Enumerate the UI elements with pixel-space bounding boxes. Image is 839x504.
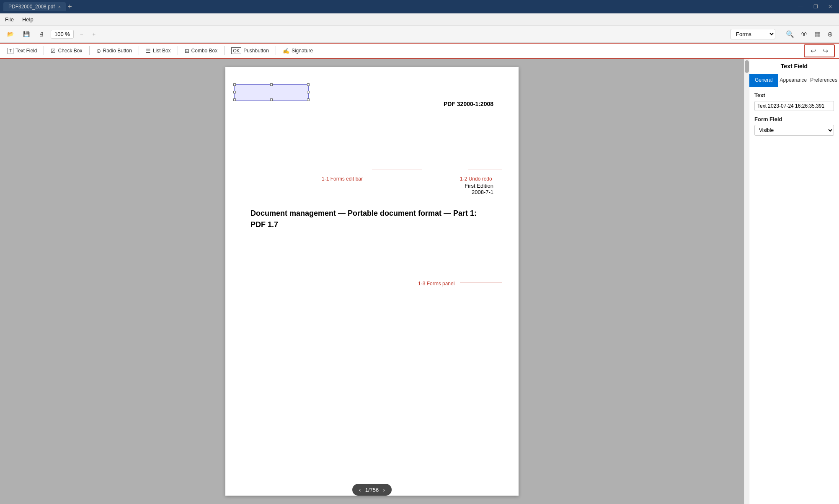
- save-button[interactable]: 💾: [20, 29, 33, 39]
- pdf-main-doc-title: Document management — Portable document …: [250, 208, 493, 230]
- toolbar-right-icons: 🔍 👁 ▦ ⊕: [784, 29, 835, 39]
- annotation-13-line: [460, 282, 502, 282]
- tab-title: PDF32000_2008.pdf: [8, 4, 55, 10]
- zoom-input[interactable]: [51, 30, 74, 39]
- separator-1: [44, 46, 44, 55]
- pushbutton-tool-button[interactable]: OK Pushbutton: [228, 46, 272, 56]
- separator-5: [224, 46, 225, 55]
- pdf-document-title: PDF 32000-1:2008: [250, 101, 493, 107]
- active-tab[interactable]: PDF32000_2008.pdf ×: [3, 2, 66, 11]
- save-icon: 💾: [23, 31, 30, 37]
- tab-appearance[interactable]: Appearance: [778, 74, 809, 87]
- page-navigation: ‹ 1/756 ›: [352, 484, 392, 496]
- annotation-13-label: 1-3 Forms panel: [418, 281, 454, 287]
- form-field-visibility-select[interactable]: Visible Hidden No Print No View: [754, 125, 834, 136]
- restore-button[interactable]: ❐: [810, 3, 821, 10]
- pdf-area: PDF 32000-1:2008 First Edition 2008-7-1 …: [0, 59, 744, 504]
- resize-handle-mr[interactable]: [307, 91, 310, 93]
- view-button[interactable]: 👁: [799, 29, 810, 39]
- separator-3: [139, 46, 139, 55]
- undo-button[interactable]: ↩: [808, 46, 818, 56]
- radio-button-label: Radio Button: [103, 48, 132, 54]
- forms-edit-bar: T Text Field ☑ Check Box ⊙ Radio Button …: [0, 43, 839, 59]
- print-button[interactable]: 🖨: [36, 29, 47, 39]
- signature-tool-button[interactable]: ✍ Signature: [279, 46, 316, 56]
- next-page-button[interactable]: ›: [383, 486, 385, 493]
- list-box-tool-button[interactable]: ☰ List Box: [142, 46, 174, 56]
- tab-close-button[interactable]: ×: [58, 4, 61, 9]
- text-section-label: Text: [754, 92, 834, 98]
- separator-6: [276, 46, 276, 55]
- title-bar: PDF32000_2008.pdf × + — ❐ ✕: [0, 0, 839, 13]
- window-controls: — ❐ ✕: [795, 3, 836, 10]
- right-panel: Text Field General Appearance Preference…: [749, 59, 839, 504]
- main-area: PDF 32000-1:2008 First Edition 2008-7-1 …: [0, 59, 839, 504]
- annotation-11-label: 1-1 Forms edit bar: [322, 176, 363, 182]
- list-box-icon: ☰: [146, 48, 151, 54]
- open-button[interactable]: 📂: [4, 29, 17, 39]
- resize-handle-tr[interactable]: [307, 83, 310, 86]
- menu-bar: File Help: [0, 13, 839, 26]
- annotation-11-line: [372, 170, 422, 170]
- menu-help[interactable]: Help: [22, 16, 34, 23]
- radio-button-tool-button[interactable]: ⊙ Radio Button: [93, 46, 135, 56]
- text-field-widget[interactable]: [234, 84, 309, 101]
- forms-mode-select[interactable]: Forms Edit Comment Protect Sign: [731, 29, 775, 39]
- panel-button[interactable]: ▦: [812, 29, 823, 39]
- add-tab-button[interactable]: +: [67, 3, 72, 11]
- signature-label: Signature: [292, 48, 313, 54]
- list-box-label: List Box: [153, 48, 171, 54]
- zoom-in-button[interactable]: +: [90, 29, 99, 39]
- prev-page-button[interactable]: ‹: [359, 486, 361, 493]
- combo-box-label: Combo Box: [191, 48, 218, 54]
- text-field-label: Text Field: [15, 48, 37, 54]
- annotation-12-line: [468, 170, 502, 170]
- search-button[interactable]: 🔍: [784, 29, 796, 39]
- signature-icon: ✍: [283, 48, 289, 54]
- resize-handle-br[interactable]: [307, 98, 310, 101]
- resize-handle-ml[interactable]: [233, 91, 236, 93]
- pdf-page: PDF 32000-1:2008 First Edition 2008-7-1 …: [225, 67, 519, 496]
- pdf-edition: First Edition 2008-7-1: [250, 183, 493, 195]
- tab-general[interactable]: General: [749, 74, 778, 87]
- print-icon: 🖨: [39, 31, 44, 37]
- pdf-scroll[interactable]: PDF 32000-1:2008 First Edition 2008-7-1 …: [0, 59, 744, 504]
- more-button[interactable]: ⊕: [825, 29, 835, 39]
- resize-handle-tl[interactable]: [233, 83, 236, 86]
- annotation-12-label: 1-2 Undo redo: [460, 176, 492, 182]
- resize-handle-bm[interactable]: [270, 98, 273, 101]
- panel-body: Text Form Field Visible Hidden No Print …: [749, 87, 839, 504]
- redo-button[interactable]: ↪: [820, 46, 831, 56]
- search-icon: 🔍: [786, 31, 794, 38]
- radio-button-icon: ⊙: [96, 48, 101, 54]
- check-box-tool-button[interactable]: ☑ Check Box: [47, 46, 85, 56]
- vertical-scrollbar[interactable]: [744, 59, 749, 504]
- resize-handle-bl[interactable]: [233, 98, 236, 101]
- menu-file[interactable]: File: [5, 16, 14, 23]
- panel-icon: ▦: [814, 31, 821, 38]
- resize-handle-tm[interactable]: [270, 83, 273, 86]
- pushbutton-icon: OK: [231, 47, 241, 54]
- toolbar: 📂 💾 🖨 − + Forms Edit Comment Protect Sig…: [0, 26, 839, 43]
- combo-box-tool-button[interactable]: ⊞ Combo Box: [181, 46, 221, 56]
- combo-box-icon: ⊞: [185, 48, 189, 54]
- pdf-date-text: 2008-7-1: [250, 189, 493, 195]
- close-window-button[interactable]: ✕: [825, 3, 836, 10]
- forms-dropdown-container: Forms Edit Comment Protect Sign: [731, 29, 775, 39]
- text-value-input[interactable]: [754, 101, 834, 111]
- separator-4: [178, 46, 178, 55]
- panel-title: Text Field: [749, 59, 839, 74]
- view-icon: 👁: [801, 31, 808, 38]
- pdf-edition-text: First Edition: [250, 183, 493, 189]
- separator-2: [89, 46, 90, 55]
- minimize-button[interactable]: —: [795, 3, 807, 10]
- zoom-out-button[interactable]: −: [77, 29, 86, 39]
- text-field-icon: T: [8, 48, 13, 54]
- text-field-tool-button[interactable]: T Text Field: [4, 46, 40, 56]
- pushbutton-label: Pushbutton: [243, 48, 269, 54]
- tab-preferences[interactable]: Preferences: [808, 74, 839, 87]
- more-icon: ⊕: [827, 31, 833, 38]
- form-field-section-label: Form Field: [754, 116, 834, 122]
- tab-area: PDF32000_2008.pdf × +: [3, 2, 72, 11]
- page-info: 1/756: [365, 487, 379, 493]
